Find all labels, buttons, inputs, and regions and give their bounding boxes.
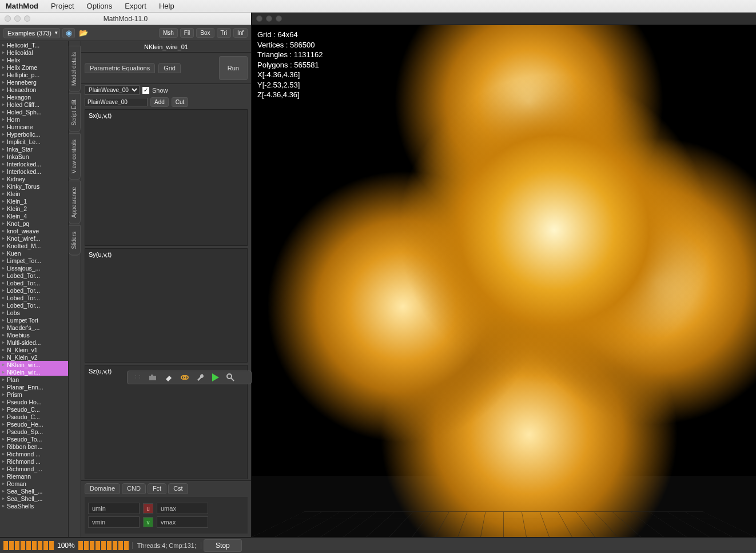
- list-item[interactable]: Kuen: [0, 249, 68, 257]
- list-item[interactable]: Lobed_Tor...: [0, 279, 68, 287]
- tab-parametric-equations[interactable]: Parametric Equations: [85, 63, 155, 73]
- list-item[interactable]: Riemann: [0, 472, 68, 480]
- list-item[interactable]: Pseudo_C...: [0, 413, 68, 420]
- list-item[interactable]: Sea_Shell_...: [0, 487, 68, 495]
- list-item[interactable]: Knot_wiref...: [0, 234, 68, 242]
- list-item[interactable]: Ribbon ben...: [0, 443, 68, 450]
- list-item[interactable]: Klein_1: [0, 197, 68, 205]
- list-item[interactable]: Hurricane: [0, 123, 68, 130]
- list-item[interactable]: Kinky_Torus: [0, 182, 68, 190]
- grip-icon[interactable]: ⋮⋮: [133, 375, 141, 380]
- list-item[interactable]: Holed Cliff...: [0, 101, 68, 108]
- list-item[interactable]: Implicit_Le...: [0, 138, 68, 145]
- list-item[interactable]: InkaSun: [0, 153, 68, 160]
- box-button[interactable]: Box: [196, 28, 214, 38]
- tab-script-edit[interactable]: Script Edit: [69, 93, 81, 132]
- list-item[interactable]: Pseudo_Sp...: [0, 428, 68, 435]
- list-item[interactable]: Klein_2: [0, 205, 68, 212]
- list-item[interactable]: Lobed_Tor...: [0, 294, 68, 301]
- list-item[interactable]: Klein_4: [0, 212, 68, 220]
- tab-fct[interactable]: Fct: [148, 483, 166, 494]
- list-item[interactable]: Richmond ...: [0, 457, 68, 465]
- list-item[interactable]: Kidney: [0, 175, 68, 182]
- tab-domaine[interactable]: Domaine: [85, 483, 120, 494]
- tab-sliders[interactable]: Sliders: [69, 225, 81, 256]
- list-item[interactable]: Hexaedron: [0, 86, 68, 93]
- list-item[interactable]: Helliptic_p...: [0, 71, 68, 78]
- list-item[interactable]: Pseudo Ho...: [0, 398, 68, 405]
- list-item[interactable]: N_Klein_v1: [0, 346, 68, 353]
- tab-cnd[interactable]: CND: [122, 483, 146, 494]
- tab-model-details[interactable]: Model details: [69, 46, 81, 92]
- tab-appearance[interactable]: Appearance: [69, 181, 81, 224]
- weave-select[interactable]: PlainWeave_00: [85, 85, 140, 95]
- add-button[interactable]: Add: [150, 97, 169, 107]
- list-item[interactable]: Hyperbolic...: [0, 130, 68, 138]
- render-viewport[interactable]: Grid : 64x64 Vertices : 586500 Triangles…: [252, 25, 756, 537]
- list-item[interactable]: Inka_Star: [0, 145, 68, 153]
- tri-button[interactable]: Tri: [217, 28, 231, 38]
- list-item[interactable]: Planar_Enn...: [0, 383, 68, 391]
- msh-button[interactable]: Msh: [159, 28, 178, 38]
- menu-options[interactable]: Options: [87, 2, 113, 10]
- examples-list[interactable]: Helicoid_T...HelicoidalHelixHelix ZomeHe…: [0, 41, 69, 537]
- list-item[interactable]: Knotted_M...: [0, 242, 68, 249]
- tab-view-controls[interactable]: View controls: [69, 133, 81, 180]
- list-item[interactable]: Multi-sided...: [0, 339, 68, 346]
- list-item[interactable]: Lissajous_...: [0, 264, 68, 272]
- cut-button[interactable]: Cut: [172, 97, 189, 107]
- minimize-icon[interactable]: [266, 15, 272, 22]
- folder-icon[interactable]: 📂: [77, 28, 90, 38]
- list-item[interactable]: SeaShells: [0, 502, 68, 510]
- list-item[interactable]: Horn: [0, 116, 68, 123]
- wrench-icon[interactable]: [196, 373, 205, 382]
- list-item[interactable]: knot_weave: [0, 227, 68, 234]
- list-item[interactable]: Helix: [0, 56, 68, 63]
- stop-button[interactable]: Stop: [204, 539, 242, 552]
- fil-button[interactable]: Fil: [180, 28, 194, 38]
- list-item[interactable]: Prism: [0, 391, 68, 398]
- list-item[interactable]: Moebius: [0, 331, 68, 339]
- eraser-icon[interactable]: [164, 373, 173, 382]
- list-item[interactable]: Sea_Shell_...: [0, 495, 68, 502]
- examples-dropdown[interactable]: Examples (373): [3, 28, 60, 38]
- list-item[interactable]: N_Klein_v2: [0, 353, 68, 361]
- zoom-icon[interactable]: [276, 15, 282, 22]
- list-item[interactable]: NKlein_wir...: [0, 361, 68, 368]
- sx-editor[interactable]: Sx(u,v,t): [85, 109, 248, 246]
- tab-cst[interactable]: Cst: [168, 483, 188, 494]
- list-item[interactable]: Interlocked...: [0, 168, 68, 175]
- run-button[interactable]: Run: [219, 56, 248, 80]
- list-item[interactable]: Lumpet Tori: [0, 316, 68, 324]
- list-item[interactable]: Roman: [0, 480, 68, 487]
- list-item[interactable]: Plan: [0, 376, 68, 383]
- list-item[interactable]: Maeder's_...: [0, 324, 68, 331]
- list-item[interactable]: Interlocked...: [0, 160, 68, 168]
- umax-input[interactable]: [157, 503, 208, 514]
- list-item[interactable]: Lobed_Tor...: [0, 301, 68, 309]
- vmin-input[interactable]: [88, 516, 140, 528]
- list-item[interactable]: Holed_Sph...: [0, 108, 68, 116]
- play-icon[interactable]: [212, 373, 219, 381]
- list-item[interactable]: Limpet_Tor...: [0, 257, 68, 264]
- list-item[interactable]: Hexagon: [0, 93, 68, 101]
- list-item[interactable]: Henneberg: [0, 78, 68, 86]
- link-icon[interactable]: [180, 373, 189, 382]
- close-icon[interactable]: [256, 15, 262, 22]
- globe-icon[interactable]: ◉: [62, 28, 75, 38]
- list-item[interactable]: Klein: [0, 190, 68, 197]
- list-item[interactable]: Pseudo_C...: [0, 405, 68, 413]
- list-item[interactable]: Richmond_...: [0, 465, 68, 472]
- list-item[interactable]: Knot_pq: [0, 220, 68, 227]
- list-item[interactable]: Lobs: [0, 309, 68, 316]
- menu-project[interactable]: Project: [51, 2, 74, 10]
- tab-grid[interactable]: Grid: [158, 63, 181, 73]
- menu-help[interactable]: Help: [159, 2, 174, 10]
- list-item[interactable]: Helicoid_T...: [0, 41, 68, 49]
- weave-input[interactable]: [85, 98, 148, 106]
- list-item[interactable]: Helix Zome: [0, 63, 68, 71]
- umin-input[interactable]: [88, 503, 140, 514]
- list-item[interactable]: Pseudo_To...: [0, 435, 68, 443]
- list-item[interactable]: Richmond ...: [0, 450, 68, 457]
- search-icon[interactable]: [226, 373, 235, 382]
